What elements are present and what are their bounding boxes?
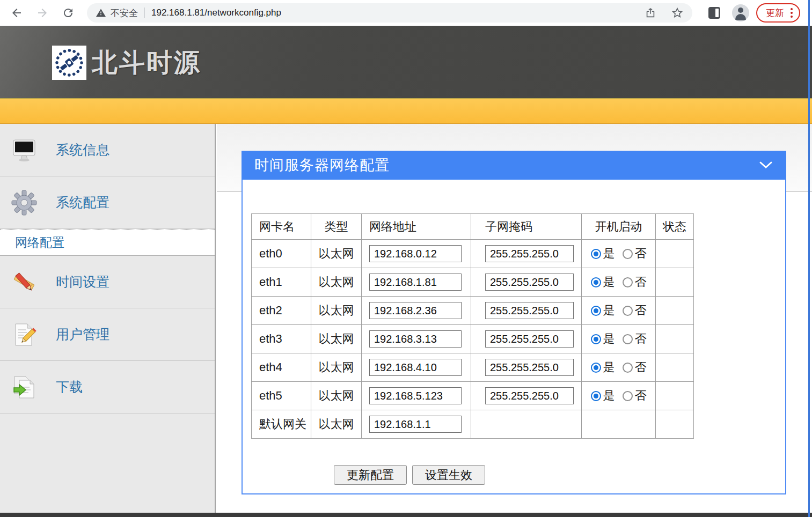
status-cell bbox=[656, 240, 694, 268]
profile-avatar[interactable] bbox=[732, 4, 749, 21]
radio-no-label: 否 bbox=[635, 302, 647, 319]
time-settings-icon bbox=[11, 269, 38, 296]
ip-input[interactable] bbox=[369, 330, 462, 348]
brand: 北斗时源 bbox=[52, 46, 201, 80]
reload-icon[interactable] bbox=[61, 6, 75, 20]
mask-input[interactable] bbox=[485, 387, 574, 404]
mask-input[interactable] bbox=[485, 245, 574, 262]
sidebar-item-system-info[interactable]: 系统信息 bbox=[0, 124, 215, 176]
sidebar-item-label: 系统配置 bbox=[56, 194, 109, 211]
brand-title: 北斗时源 bbox=[92, 46, 201, 80]
col-header-nic: 网卡名 bbox=[252, 214, 311, 240]
url-text[interactable]: 192.168.1.81/networkconfig.php bbox=[151, 8, 281, 18]
nic-type: 以太网 bbox=[311, 297, 362, 325]
ip-input[interactable] bbox=[369, 274, 462, 291]
window-right-edge bbox=[808, 0, 810, 517]
forward-icon[interactable] bbox=[35, 6, 49, 20]
bookmark-star-icon[interactable] bbox=[671, 6, 684, 19]
table-row-eth3: eth3 以太网 是 否 bbox=[252, 325, 694, 353]
boot-no-radio[interactable] bbox=[623, 334, 633, 344]
mask-input[interactable] bbox=[485, 330, 574, 348]
table-row-eth4: eth4 以太网 是 否 bbox=[252, 353, 694, 382]
col-header-status: 状态 bbox=[656, 214, 694, 240]
radio-yes-label: 是 bbox=[603, 302, 615, 319]
sidebar-item-network-config[interactable]: 网络配置 bbox=[0, 229, 215, 256]
chevron-down-icon[interactable] bbox=[758, 160, 773, 170]
sidebar-item-download[interactable]: 下载 bbox=[0, 361, 215, 413]
sidebar-item-label: 下载 bbox=[56, 378, 83, 396]
status-cell bbox=[656, 325, 694, 353]
nic-name: eth4 bbox=[252, 353, 311, 382]
radio-no-label: 否 bbox=[635, 274, 647, 290]
status-cell bbox=[656, 410, 694, 439]
empty-cell bbox=[471, 410, 582, 439]
boot-yes-radio[interactable] bbox=[591, 306, 601, 316]
table-row-eth0: eth0 以太网 是 否 bbox=[252, 240, 694, 268]
mask-input[interactable] bbox=[485, 359, 574, 376]
site-header: 北斗时源 bbox=[0, 26, 812, 98]
col-header-mask: 子网掩码 bbox=[471, 214, 582, 240]
mask-input[interactable] bbox=[485, 302, 574, 319]
mask-input[interactable] bbox=[485, 274, 574, 291]
satellite-logo-icon bbox=[52, 46, 86, 80]
address-bar[interactable]: 不安全 192.168.1.81/networkconfig.php bbox=[87, 3, 692, 23]
nic-name: 默认网关 bbox=[252, 410, 311, 439]
nic-type: 以太网 bbox=[311, 268, 362, 297]
status-cell bbox=[656, 297, 694, 325]
ip-input[interactable] bbox=[369, 302, 462, 319]
radio-no-label: 否 bbox=[635, 331, 647, 347]
share-icon[interactable] bbox=[644, 6, 657, 19]
side-panel-icon[interactable] bbox=[708, 7, 720, 19]
boot-yes-radio[interactable] bbox=[591, 277, 601, 287]
ip-input[interactable] bbox=[369, 387, 462, 404]
nic-type: 以太网 bbox=[311, 353, 362, 382]
ip-input[interactable] bbox=[369, 245, 462, 262]
boot-no-radio[interactable] bbox=[623, 306, 633, 316]
radio-no-label: 否 bbox=[635, 359, 647, 375]
gear-icon bbox=[11, 189, 38, 216]
menu-kebab-icon[interactable] bbox=[791, 8, 793, 18]
radio-yes-label: 是 bbox=[603, 274, 615, 290]
panel-title: 时间服务器网络配置 bbox=[254, 156, 390, 175]
security-label: 不安全 bbox=[111, 7, 138, 19]
update-label: 更新 bbox=[766, 7, 784, 19]
table-row-eth5: eth5 以太网 是 否 bbox=[252, 382, 694, 410]
sidebar-item-system-config[interactable]: 系统配置 bbox=[0, 176, 215, 229]
ip-input[interactable] bbox=[369, 416, 462, 433]
address-separator bbox=[144, 8, 145, 18]
boot-yes-radio[interactable] bbox=[591, 391, 601, 401]
network-config-panel: 时间服务器网络配置 网卡名 类型 网络地址 子网掩码 开机启动 状态 bbox=[242, 151, 786, 494]
boot-no-radio[interactable] bbox=[623, 249, 633, 259]
boot-no-radio[interactable] bbox=[623, 277, 633, 287]
monitor-icon bbox=[11, 137, 38, 164]
status-cell bbox=[656, 268, 694, 297]
boot-yes-radio[interactable] bbox=[591, 249, 601, 259]
back-icon[interactable] bbox=[10, 6, 24, 20]
browser-window: 不安全 192.168.1.81/networkconfig.php 更新 bbox=[0, 0, 812, 517]
sidebar-item-time-settings[interactable]: 时间设置 bbox=[0, 256, 215, 308]
page-body: 系统信息 bbox=[0, 124, 812, 513]
user-management-icon bbox=[11, 321, 38, 348]
update-config-button[interactable]: 更新配置 bbox=[334, 465, 407, 485]
ip-input[interactable] bbox=[369, 359, 462, 376]
sidebar-item-label: 时间设置 bbox=[56, 273, 109, 291]
table-header-row: 网卡名 类型 网络地址 子网掩码 开机启动 状态 bbox=[252, 214, 694, 240]
apply-settings-button[interactable]: 设置生效 bbox=[412, 465, 485, 485]
table-row-default-gateway: 默认网关 以太网 bbox=[252, 410, 694, 439]
sidebar-item-label: 用户管理 bbox=[56, 326, 109, 343]
col-header-boot: 开机启动 bbox=[582, 214, 656, 240]
boot-no-radio[interactable] bbox=[623, 391, 633, 401]
content-area: 时间服务器网络配置 网卡名 类型 网络地址 子网掩码 开机启动 状态 bbox=[217, 124, 812, 513]
not-secure-warning-icon bbox=[96, 8, 106, 18]
boot-no-radio[interactable] bbox=[623, 363, 633, 373]
button-row: 更新配置 设置生效 bbox=[334, 465, 785, 485]
boot-yes-radio[interactable] bbox=[591, 363, 601, 373]
nic-type: 以太网 bbox=[311, 240, 362, 268]
status-cell bbox=[656, 382, 694, 410]
boot-yes-radio[interactable] bbox=[591, 334, 601, 344]
chrome-update-button[interactable]: 更新 bbox=[756, 3, 800, 23]
sidebar-item-user-management[interactable]: 用户管理 bbox=[0, 308, 215, 361]
radio-yes-label: 是 bbox=[603, 246, 615, 262]
sidebar-item-label: 网络配置 bbox=[15, 234, 64, 251]
sidebar: 系统信息 bbox=[0, 124, 216, 513]
